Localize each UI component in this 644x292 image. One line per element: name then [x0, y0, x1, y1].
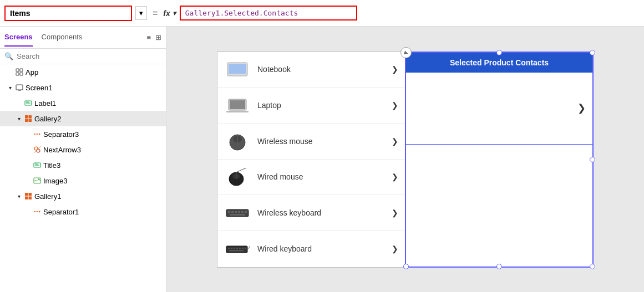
screen-icon	[16, 84, 23, 91]
handle-bottom-center[interactable]	[496, 264, 502, 269]
svg-rect-25	[29, 193, 32, 196]
wireless-keyboard-image	[224, 203, 251, 223]
dropdown-button[interactable]: ▾	[135, 6, 147, 20]
tree-panel: App ▾ Screen1	[0, 64, 166, 292]
wired-mouse-image	[224, 167, 251, 187]
fx-area: fx ▾	[163, 9, 176, 18]
gallery-panel: Notebook ❯ Laptop ❯	[217, 52, 405, 268]
wired-keyboard-image	[224, 239, 251, 259]
tab-components[interactable]: Components	[42, 28, 83, 47]
grid-view-icon[interactable]: ⊞	[155, 33, 161, 42]
item-name-wireless-mouse: Wireless mouse	[257, 137, 392, 146]
expand-icon: ▾	[16, 116, 22, 122]
svg-rect-4	[16, 85, 23, 90]
title-icon	[33, 161, 41, 169]
tree-label-separator3: Separator3	[43, 130, 79, 139]
main-layout: Screens Components ≡ ⊞ 🔍	[0, 27, 644, 292]
item-chevron-wired-mouse: ❯	[392, 172, 398, 181]
gallery-item-laptop[interactable]: Laptop ❯	[217, 88, 405, 124]
gallery-item-wired-keyboard[interactable]: Wired keyboard ❯	[217, 231, 405, 267]
item-chevron-laptop: ❯	[392, 101, 398, 110]
svg-rect-10	[25, 115, 28, 119]
svg-rect-11	[29, 115, 32, 119]
item-chevron-wireless-mouse: ❯	[392, 137, 398, 146]
tab-screens[interactable]: Screens	[4, 28, 33, 47]
list-view-icon[interactable]: ≡	[146, 33, 151, 42]
sidebar: Screens Components ≡ ⊞ 🔍	[0, 27, 166, 292]
items-input[interactable]: Items	[4, 6, 132, 21]
tree-label-nextarrow3: NextArrow3	[43, 146, 81, 154]
handle-top-center[interactable]	[496, 50, 502, 55]
search-input[interactable]	[17, 52, 161, 60]
tree-label-label1: Label1	[34, 99, 56, 107]
app-icon	[16, 68, 23, 76]
contacts-body: ❯	[406, 73, 592, 144]
svg-rect-2	[16, 73, 19, 75]
svg-rect-45	[235, 211, 237, 213]
tree-item-image3[interactable]: Image3	[0, 173, 166, 188]
svg-rect-47	[241, 211, 244, 213]
tree-label-gallery1: Gallery1	[34, 192, 61, 201]
svg-rect-31	[229, 64, 246, 74]
contacts-empty-area	[406, 145, 592, 267]
formula-input[interactable]: Gallery1.Selected.Contacts	[180, 6, 357, 21]
svg-rect-48	[245, 211, 247, 213]
separator1-icon	[33, 208, 41, 216]
handle-top-right[interactable]	[590, 50, 595, 55]
item-name-notebook: Notebook	[257, 65, 392, 74]
item-chevron-wireless-keyboard: ❯	[392, 208, 398, 217]
item-chevron-notebook: ❯	[392, 65, 398, 74]
contacts-arrow: ❯	[577, 102, 586, 114]
expand-icon: ▾	[7, 85, 13, 91]
toolbar: Items ▾ = fx ▾ Gallery1.Selected.Contact…	[0, 0, 644, 27]
gallery-item-notebook[interactable]: Notebook ❯	[217, 52, 405, 88]
contacts-panel: Selected Product Contacts ❯	[405, 52, 594, 268]
tree-item-screen1[interactable]: ▾ Screen1	[0, 80, 166, 95]
svg-rect-50	[226, 246, 247, 253]
item-name-wired-keyboard: Wired keyboard	[257, 244, 392, 253]
svg-rect-0	[16, 69, 19, 71]
contacts-header: Selected Product Contacts	[406, 53, 592, 73]
tree-label-image3: Image3	[43, 177, 67, 185]
svg-rect-44	[231, 211, 234, 213]
search-box: 🔍	[0, 49, 166, 64]
svg-rect-12	[25, 119, 28, 122]
svg-rect-32	[232, 75, 243, 76]
notebook-image	[224, 59, 251, 79]
sidebar-view-icons: ≡ ⊞	[146, 33, 161, 42]
svg-rect-51	[228, 248, 230, 249]
image-icon	[33, 177, 41, 185]
svg-rect-34	[230, 100, 245, 109]
fx-dropdown-icon[interactable]: ▾	[173, 9, 176, 17]
handle-bottom-right[interactable]	[590, 264, 595, 269]
gallery-item-wireless-mouse[interactable]: Wireless mouse ❯	[217, 124, 405, 160]
equals-sign: =	[150, 8, 160, 18]
tree-item-title3[interactable]: Title3	[0, 157, 166, 173]
tree-item-app[interactable]: App	[0, 64, 166, 80]
svg-rect-27	[29, 197, 32, 200]
gallery-item-wireless-keyboard[interactable]: Wireless keyboard ❯	[217, 195, 405, 231]
svg-rect-35	[226, 111, 249, 112]
svg-rect-54	[236, 248, 238, 249]
tree-item-separator3[interactable]: Separator3	[0, 126, 166, 142]
laptop-image	[224, 95, 251, 115]
tree-item-nextarrow3[interactable]: NextArrow3	[0, 142, 166, 157]
tree-item-gallery2[interactable]: ▾ Gallery2	[0, 111, 166, 126]
sidebar-tabs: Screens Components ≡ ⊞	[0, 27, 166, 49]
svg-rect-13	[29, 119, 32, 122]
edit-icon[interactable]	[400, 47, 412, 58]
svg-rect-49	[230, 214, 245, 216]
tree-label-gallery2: Gallery2	[34, 115, 61, 123]
svg-rect-26	[25, 197, 28, 200]
tree-item-gallery1[interactable]: ▾ Gallery1	[0, 188, 166, 204]
svg-rect-55	[239, 248, 241, 249]
gallery-icon	[24, 115, 32, 122]
tree-item-label1[interactable]: Label1	[0, 95, 166, 111]
item-chevron-wired-keyboard: ❯	[392, 244, 398, 253]
handle-bottom-left[interactable]	[403, 264, 409, 269]
tree-item-separator1[interactable]: Separator1	[0, 204, 166, 219]
handle-mid-right[interactable]	[590, 157, 595, 162]
gallery-item-wired-mouse[interactable]: Wired mouse ❯	[217, 160, 405, 196]
svg-rect-57	[245, 248, 246, 249]
svg-rect-42	[226, 209, 249, 217]
